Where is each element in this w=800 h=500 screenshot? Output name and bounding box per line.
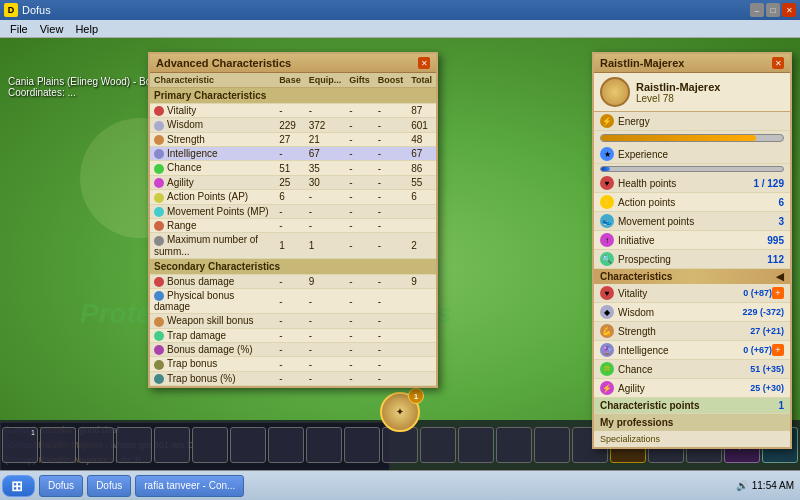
window-controls: – □ ✕ xyxy=(750,3,796,17)
exp-bar xyxy=(600,166,784,172)
close-button[interactable]: ✕ xyxy=(782,3,796,17)
advanced-panel-title: Advanced Characteristics xyxy=(156,57,291,69)
char-stats-section: ⚡ Energy ★ Experience ♥ Health points 1 … xyxy=(594,112,790,269)
energy-bar xyxy=(600,134,784,142)
action-slot-11[interactable] xyxy=(382,427,418,463)
action-slot-5[interactable] xyxy=(154,427,190,463)
char-header-info: Raistlin-Majerex Level 78 xyxy=(594,73,790,112)
health-label: Health points xyxy=(618,178,753,189)
app-title: Dofus xyxy=(22,4,750,16)
table-row: Intelligence-67--67 xyxy=(150,147,436,161)
intelligence-plus-button[interactable]: + xyxy=(772,344,784,356)
col-equip: Equip... xyxy=(305,73,346,88)
initiative-label: Initiative xyxy=(618,235,767,246)
table-row: Range---- xyxy=(150,218,436,232)
col-gifts: Gifts xyxy=(345,73,374,88)
action-slot-2[interactable] xyxy=(40,427,76,463)
movement-points-stat-row: 👟 Movement points 3 xyxy=(594,212,790,231)
char-agility-value: 25 (+30) xyxy=(750,383,784,393)
system-tray-icon-1: 🔊 xyxy=(736,480,748,491)
char-vitality-value: 0 (+87) xyxy=(743,288,772,298)
prospecting-value: 112 xyxy=(767,254,784,265)
advanced-characteristics-panel: Advanced Characteristics ✕ Characteristi… xyxy=(148,52,438,388)
characteristics-arrow-icon: ◀ xyxy=(776,271,784,282)
char-strength-icon: 💪 xyxy=(600,324,614,338)
char-chance-icon: 🍀 xyxy=(600,362,614,376)
characteristics-section-divider: Characteristics ◀ xyxy=(594,269,790,284)
prospecting-icon: 🔍 xyxy=(600,252,614,266)
my-professions-row[interactable]: My professions xyxy=(594,414,790,431)
health-icon: ♥ xyxy=(600,176,614,190)
char-intelligence-row: 🔮 Intelligence 0 (+67) + xyxy=(594,341,790,360)
char-intelligence-value: 0 (+67) xyxy=(743,345,772,355)
taskbar-dofus-1[interactable]: Dofus xyxy=(39,475,83,497)
advanced-panel-title-bar: Advanced Characteristics ✕ xyxy=(150,54,436,73)
action-slots-row: 1 xyxy=(2,427,456,463)
menu-file[interactable]: File xyxy=(4,23,34,35)
action-slot-1[interactable]: 1 xyxy=(2,427,38,463)
char-vitality-icon: ♥ xyxy=(600,286,614,300)
my-professions-label: My professions xyxy=(600,417,673,428)
energy-label: Energy xyxy=(618,116,784,127)
action-slot-4[interactable] xyxy=(116,427,152,463)
menu-view[interactable]: View xyxy=(34,23,70,35)
char-strength-value: 27 (+21) xyxy=(750,326,784,336)
action-points-stat-row: ⚡ Action points 6 xyxy=(594,193,790,212)
char-strength-row: 💪 Strength 27 (+21) xyxy=(594,322,790,341)
action-slot-12[interactable] xyxy=(420,427,456,463)
system-tray: 🔊 11:54 AM xyxy=(732,480,798,491)
action-slot-14[interactable] xyxy=(496,427,532,463)
table-row: Vitality----87 xyxy=(150,104,436,118)
maximize-button[interactable]: □ xyxy=(766,3,780,17)
advanced-panel-close[interactable]: ✕ xyxy=(418,57,430,69)
taskbar-dofus-2[interactable]: Dofus xyxy=(87,475,131,497)
table-row: Bonus damage (%)---- xyxy=(150,343,436,357)
action-slot-6[interactable] xyxy=(192,427,228,463)
char-panel-close[interactable]: ✕ xyxy=(772,57,784,69)
char-agility-icon: ⚡ xyxy=(600,381,614,395)
start-button[interactable]: ⊞ xyxy=(2,475,35,497)
menu-help[interactable]: Help xyxy=(69,23,104,35)
char-vitality-row: ♥ Vitality 0 (+87) + xyxy=(594,284,790,303)
action-slot-8[interactable] xyxy=(268,427,304,463)
col-boost: Boost xyxy=(374,73,408,88)
char-wisdom-icon: ◆ xyxy=(600,305,614,319)
energy-stat-row: ⚡ Energy xyxy=(594,112,790,131)
initiative-value: 995 xyxy=(767,235,784,246)
system-clock: 11:54 AM xyxy=(752,480,794,491)
action-slot-15[interactable] xyxy=(534,427,570,463)
char-name: Raistlin-Majerex xyxy=(636,81,720,93)
taskbar-con[interactable]: rafia tanveer - Con... xyxy=(135,475,244,497)
action-slot-7[interactable] xyxy=(230,427,266,463)
movement-points-label: Movement points xyxy=(618,216,778,227)
characteristic-points-row: Characteristic points 1 xyxy=(594,398,790,414)
energy-fill xyxy=(601,135,756,141)
char-agility-row: ⚡ Agility 25 (+30) xyxy=(594,379,790,398)
char-intelligence-icon: 🔮 xyxy=(600,343,614,357)
exp-icon: ★ xyxy=(600,147,614,161)
table-row: Weapon skill bonus---- xyxy=(150,314,436,328)
minimize-button[interactable]: – xyxy=(750,3,764,17)
char-strength-label: Strength xyxy=(618,326,750,337)
initiative-stat-row: ↑ Initiative 995 xyxy=(594,231,790,250)
table-row: Trap bonus---- xyxy=(150,357,436,371)
table-row: Agility2530--55 xyxy=(150,175,436,189)
vitality-plus-button[interactable]: + xyxy=(772,287,784,299)
col-characteristic: Characteristic xyxy=(150,73,275,88)
action-slot-9[interactable] xyxy=(306,427,342,463)
prospecting-label: Prospecting xyxy=(618,254,767,265)
char-wisdom-label: Wisdom xyxy=(618,307,742,318)
table-row: Trap damage---- xyxy=(150,328,436,342)
char-level: Level 78 xyxy=(636,93,720,104)
health-value: 1 / 129 xyxy=(753,178,784,189)
characteristics-table: Characteristic Base Equip... Gifts Boost… xyxy=(150,73,436,386)
table-row: Strength2721--48 xyxy=(150,132,436,146)
exp-fill xyxy=(601,167,610,171)
action-points-icon: ⚡ xyxy=(600,195,614,209)
app-icon: D xyxy=(4,3,18,17)
action-slot-3[interactable] xyxy=(78,427,114,463)
action-slot-10[interactable] xyxy=(344,427,380,463)
action-slot-13[interactable] xyxy=(458,427,494,463)
character-portrait-badge[interactable]: ✦ 1 xyxy=(380,392,420,432)
char-chance-label: Chance xyxy=(618,364,750,375)
